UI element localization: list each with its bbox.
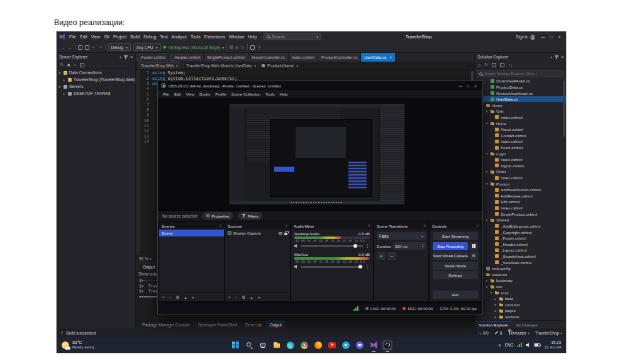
- properties-button[interactable]: ⚙ Properties: [203, 212, 233, 219]
- tree-item[interactable]: Index.cshtml: [475, 138, 566, 145]
- duration-spinner[interactable]: 300 ms ▲▼: [393, 242, 426, 250]
- expander-icon[interactable]: ▸: [62, 78, 66, 82]
- tree-item[interactable]: ▸ TravelerShop (TravelerShop.Web): [57, 76, 135, 83]
- document-tab[interactable]: _Header.cshtml: [169, 53, 204, 62]
- obs-preview[interactable]: [158, 98, 482, 210]
- collapse-all-icon[interactable]: [492, 63, 496, 67]
- save-icon[interactable]: [85, 45, 89, 50]
- move-scene-down-icon[interactable]: ▼: [191, 296, 194, 299]
- menu-item[interactable]: View: [89, 35, 103, 39]
- drag-handle-icon[interactable]: ≡: [476, 224, 479, 228]
- close-panel-icon[interactable]: ×: [561, 55, 564, 59]
- zoom-level[interactable]: 96 %: [139, 257, 148, 261]
- tree-item[interactable]: ▾ Shared: [475, 217, 566, 223]
- expander-icon[interactable]: ▸: [62, 92, 66, 96]
- minimize-button[interactable]: —: [539, 35, 547, 39]
- tree-item[interactable]: Contact.cshtml: [475, 132, 566, 138]
- menu-item[interactable]: File: [160, 92, 172, 96]
- redo-icon[interactable]: ↷: [98, 45, 102, 50]
- tray-chevron-icon[interactable]: ∧: [498, 343, 501, 347]
- menu-item[interactable]: Analyze: [170, 35, 189, 39]
- tree-item[interactable]: _Copyright.cshtml: [475, 229, 566, 235]
- tree-item[interactable]: AddNewProduct.cshtml: [475, 187, 566, 193]
- output-panel-tab[interactable]: Output: [138, 264, 159, 270]
- minimize-button[interactable]: —: [457, 84, 464, 88]
- refresh-icon[interactable]: ↻: [60, 62, 64, 67]
- remove-transition-button[interactable]: −: [387, 252, 396, 260]
- undo-icon[interactable]: ↶: [92, 45, 96, 50]
- maximize-button[interactable]: □: [464, 84, 472, 88]
- connect-to-server-icon[interactable]: [80, 63, 84, 67]
- edge-icon[interactable]: [286, 340, 296, 350]
- refresh-icon[interactable]: ↻: [484, 62, 488, 67]
- solution-search-box[interactable]: [477, 70, 564, 77]
- menu-item[interactable]: File: [67, 35, 78, 39]
- document-tab[interactable]: HomeController.cs: [248, 53, 289, 62]
- volume-slider[interactable]: [301, 245, 363, 247]
- add-source-icon[interactable]: +: [228, 295, 231, 299]
- new-file-icon[interactable]: [78, 45, 82, 50]
- remove-source-icon[interactable]: −: [235, 295, 238, 299]
- tree-item[interactable]: ▸ base: [475, 296, 566, 302]
- tree-item[interactable]: ▾ Home: [475, 120, 566, 126]
- tree-item[interactable]: Index.cshtml: [475, 157, 566, 163]
- drag-handle-icon[interactable]: ≡: [368, 224, 370, 228]
- expander-icon[interactable]: ▸: [494, 303, 497, 306]
- tree-item[interactable]: web.config: [475, 265, 566, 272]
- close-button[interactable]: ×: [472, 84, 479, 88]
- solution-configuration-dropdown[interactable]: Debug ▾: [108, 43, 131, 51]
- expander-icon[interactable]: ▾: [485, 218, 489, 222]
- tool-window-tab[interactable]: Package Manager Console: [138, 321, 194, 328]
- visibility-icon[interactable]: [279, 232, 282, 235]
- sync-with-active-document-icon[interactable]: ↑↓: [508, 63, 513, 67]
- menu-item[interactable]: Window: [227, 35, 246, 39]
- visual-studio-icon[interactable]: [369, 340, 379, 350]
- language-indicator[interactable]: ENG: [505, 343, 514, 347]
- git-branch-selector[interactable]: master ▾: [508, 330, 530, 335]
- clock[interactable]: 15:23 11-Jun-24: [544, 340, 561, 350]
- navigate-forward-icon[interactable]: →: [68, 45, 73, 50]
- filters-button[interactable]: Filters: [238, 212, 262, 219]
- more-tools-icon[interactable]: ⋮: [257, 45, 262, 50]
- battery-icon[interactable]: [534, 343, 540, 347]
- menu-item[interactable]: Extensions: [203, 35, 227, 39]
- volume-slider[interactable]: [301, 266, 363, 268]
- drag-handle-icon[interactable]: ≡: [423, 224, 426, 228]
- tree-item[interactable]: _Header.cshtml: [475, 241, 566, 247]
- tree-item[interactable]: _ViewStart.cshtml: [475, 259, 566, 265]
- tool-window-tab[interactable]: Output: [266, 321, 286, 328]
- solution-platform-dropdown[interactable]: Any CPU ▾: [133, 43, 161, 51]
- panel-tab[interactable]: Solution Explorer: [475, 321, 512, 328]
- tree-item[interactable]: ▸ pages: [475, 308, 566, 314]
- document-tab[interactable]: ProductController.cs: [318, 53, 362, 62]
- chrome-icon[interactable]: [299, 340, 309, 350]
- tree-item[interactable]: ▾ Login: [475, 150, 566, 157]
- menu-item[interactable]: Git: [102, 35, 111, 39]
- menu-item[interactable]: Docks: [197, 92, 213, 96]
- search-box[interactable]: Search ▾: [264, 33, 321, 40]
- git-repo-selector[interactable]: TravelerShop ▾: [535, 331, 562, 335]
- document-tab[interactable]: SingleProduct.cshtml: [204, 53, 248, 62]
- start-icon[interactable]: [230, 340, 240, 350]
- expander-icon[interactable]: ▾: [485, 182, 489, 186]
- tree-item[interactable]: _Layout.cshtml: [475, 247, 566, 253]
- stop-refresh-icon[interactable]: ■: [67, 63, 70, 67]
- stop-icon[interactable]: ■: [235, 45, 238, 50]
- exit-button[interactable]: Exit: [433, 291, 478, 299]
- tree-item[interactable]: _Footer.cshtml: [475, 235, 566, 242]
- expander-icon[interactable]: ▾: [489, 291, 493, 294]
- sign-in-button[interactable]: Sign in: [516, 35, 535, 40]
- add-connection-icon[interactable]: +: [74, 63, 76, 67]
- breadcrumb-type[interactable]: TravelerShop.Web.Models.UserData: [186, 64, 252, 68]
- firefox-icon[interactable]: [313, 340, 323, 350]
- tree-item[interactable]: ReviewViewModel.cs: [475, 90, 566, 96]
- telegram-icon[interactable]: [341, 340, 351, 350]
- menu-item[interactable]: View: [184, 92, 197, 96]
- document-tab[interactable]: Index.cshtml: [289, 53, 318, 62]
- tree-item[interactable]: _AddEditLayout.cshtml: [475, 223, 566, 230]
- find-in-files-icon[interactable]: [250, 45, 255, 50]
- file-explorer-icon[interactable]: [272, 340, 282, 350]
- lock-icon[interactable]: [284, 233, 287, 235]
- panel-tab[interactable]: Git Changes: [512, 321, 541, 328]
- menu-item[interactable]: Edit: [78, 35, 89, 39]
